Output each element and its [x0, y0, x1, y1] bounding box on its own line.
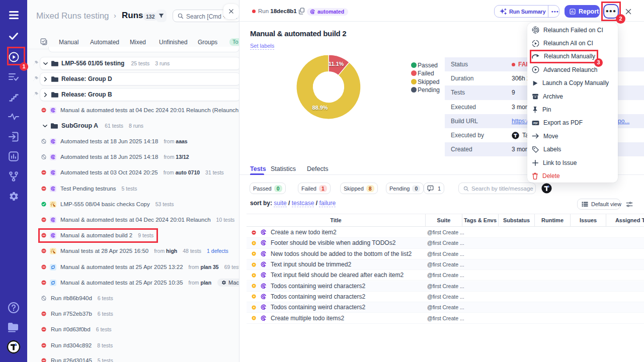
svg-text:11.1%: 11.1% [329, 61, 344, 67]
svg-text:PDF: PDF [533, 122, 538, 125]
svg-text:88.9%: 88.9% [312, 105, 328, 111]
